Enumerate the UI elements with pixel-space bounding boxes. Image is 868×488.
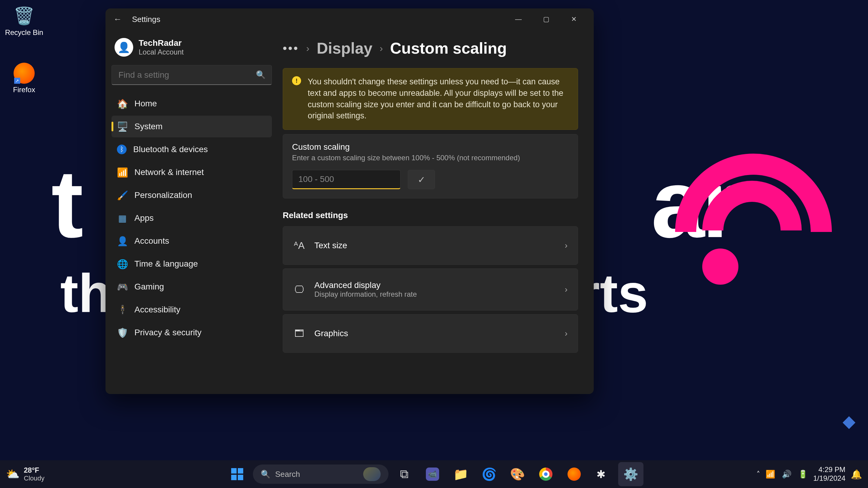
nav-label: Accessibility <box>134 305 180 315</box>
gaming-icon: 🎮 <box>117 281 128 292</box>
breadcrumb-overflow[interactable]: ••• <box>283 41 299 55</box>
desktop-icon-label: Firefox <box>3 86 45 94</box>
start-button[interactable] <box>224 462 250 486</box>
nav-apps[interactable]: ▦ Apps <box>112 207 272 229</box>
notifications-button[interactable]: 🔔 <box>851 469 862 480</box>
chevron-right-icon: › <box>565 329 567 338</box>
nav-label: System <box>134 122 162 131</box>
graphics-icon: 🗔 <box>293 328 305 339</box>
task-view-button[interactable]: ⧉ <box>392 462 417 486</box>
folder-icon: 📁 <box>453 467 468 481</box>
nav-label: Time & language <box>134 259 198 269</box>
nav-accounts[interactable]: 👤 Accounts <box>112 230 272 252</box>
nav-time-language[interactable]: 🌐 Time & language <box>112 253 272 275</box>
settings-search-input[interactable] <box>119 70 253 80</box>
nav-system[interactable]: 🖥️ System <box>112 116 272 137</box>
shield-icon: 🛡️ <box>117 327 128 338</box>
taskbar-app-chrome[interactable] <box>533 462 558 486</box>
taskbar-clock[interactable]: 4:29 PM 1/19/2024 <box>813 465 845 483</box>
related-text-size[interactable]: ᴬA Text size › <box>283 226 578 265</box>
chrome-icon <box>539 467 553 481</box>
related-settings-heading: Related settings <box>283 210 578 220</box>
taskbar-app-slack[interactable]: ✱ <box>590 462 615 486</box>
content-area: ••• › Display › Custom scaling ! You sho… <box>277 30 594 394</box>
nav-privacy[interactable]: 🛡️ Privacy & security <box>112 322 272 344</box>
nav-list: 🏠 Home 🖥️ System ᛒ Bluetooth & devices 📶… <box>112 93 272 344</box>
taskbar-search[interactable]: 🔍 Search <box>253 464 389 484</box>
nav-home[interactable]: 🏠 Home <box>112 93 272 115</box>
clock-date: 1/19/2024 <box>813 474 845 483</box>
tray-overflow-button[interactable]: ˄ <box>756 470 760 478</box>
taskbar-app-settings[interactable]: ⚙️ <box>618 462 644 486</box>
account-name: TechRadar <box>138 38 184 48</box>
nav-accessibility[interactable]: 🕴️ Accessibility <box>112 299 272 321</box>
task-view-icon: ⧉ <box>400 467 409 481</box>
desktop-icon-recycle-bin[interactable]: 🗑️ Recycle Bin <box>3 5 45 37</box>
related-advanced-display[interactable]: 🖵 Advanced display Display information, … <box>283 268 578 311</box>
account-block[interactable]: 👤 TechRadar Local Account <box>112 36 272 65</box>
taskbar-right: ˄ 📶 🔊 🔋 4:29 PM 1/19/2024 🔔 <box>756 465 862 483</box>
chevron-right-icon: › <box>565 241 567 250</box>
nav-personalization[interactable]: 🖌️ Personalization <box>112 184 272 206</box>
nav-gaming[interactable]: 🎮 Gaming <box>112 276 272 298</box>
setting-description: Enter a custom scaling size between 100%… <box>292 154 569 162</box>
battery-icon: 🔋 <box>798 469 808 479</box>
desktop-icon-firefox[interactable]: ↗ Firefox <box>3 63 45 94</box>
breadcrumb: ••• › Display › Custom scaling <box>283 39 578 57</box>
taskbar-app-explorer[interactable]: 📁 <box>448 462 473 486</box>
firefox-icon: ↗ <box>13 63 35 84</box>
nav-label: Gaming <box>134 282 164 292</box>
wallpaper-arc-icon <box>684 163 823 301</box>
chevron-right-icon: › <box>565 285 567 294</box>
recycle-bin-icon: 🗑️ <box>13 5 35 27</box>
system-icon: 🖥️ <box>117 121 128 132</box>
sidebar: 👤 TechRadar Local Account 🔍 🏠 Home 🖥️ Sy… <box>105 30 277 394</box>
related-graphics[interactable]: 🗔 Graphics › <box>283 314 578 353</box>
home-icon: 🏠 <box>117 98 128 109</box>
svg-rect-1 <box>238 468 243 474</box>
warning-text: You shouldn't change these settings unle… <box>308 76 569 122</box>
taskbar-app-firefox[interactable] <box>561 462 587 486</box>
taskbar-center: 🔍 Search ⧉ 📹 📁 🌀 🎨 ✱ ⚙️ <box>224 462 644 486</box>
teams-icon: 📹 <box>426 467 439 481</box>
nav-bluetooth[interactable]: ᛒ Bluetooth & devices <box>112 138 272 160</box>
nav-label: Bluetooth & devices <box>133 144 208 154</box>
search-icon: 🔍 <box>261 469 270 479</box>
display-icon: 🖵 <box>293 284 305 295</box>
search-highlight-badge <box>363 467 381 481</box>
minimize-button[interactable]: — <box>504 11 532 28</box>
taskbar-app-onlyoffice[interactable]: 🌀 <box>476 462 502 486</box>
chevron-right-icon: › <box>306 43 310 54</box>
close-button[interactable]: ✕ <box>560 11 588 28</box>
taskbar-app-paint[interactable]: 🎨 <box>505 462 530 486</box>
volume-icon: 🔊 <box>782 469 792 479</box>
nav-network[interactable]: 📶 Network & internet <box>112 161 272 183</box>
confirm-button[interactable]: ✓ <box>408 170 435 189</box>
back-button[interactable]: ← <box>112 14 124 24</box>
settings-search[interactable]: 🔍 <box>112 65 272 85</box>
warning-banner: ! You shouldn't change these settings un… <box>283 68 578 130</box>
nav-label: Network & internet <box>134 167 204 177</box>
wifi-icon: 📶 <box>117 167 128 178</box>
taskbar-search-label: Search <box>275 469 300 479</box>
window-title: Settings <box>132 15 160 24</box>
avatar-icon: 👤 <box>115 38 133 57</box>
maximize-button[interactable]: ▢ <box>532 11 560 28</box>
chevron-right-icon: › <box>380 43 383 54</box>
clock-globe-icon: 🌐 <box>117 258 128 269</box>
search-icon: 🔍 <box>256 70 266 79</box>
nav-label: Personalization <box>134 190 192 200</box>
svg-rect-3 <box>238 475 243 480</box>
clock-time: 4:29 PM <box>813 465 845 474</box>
paint-icon: 🎨 <box>510 467 525 481</box>
related-item-title: Graphics <box>314 329 556 338</box>
breadcrumb-parent[interactable]: Display <box>317 39 373 57</box>
weather-cond: Cloudy <box>24 475 44 482</box>
system-tray[interactable]: 📶 🔊 🔋 <box>766 469 808 479</box>
desktop-icon-label: Recycle Bin <box>3 28 45 37</box>
titlebar: ← Settings — ▢ ✕ <box>105 8 594 30</box>
taskbar-app-teams[interactable]: 📹 <box>420 462 445 486</box>
weather-temp: 28°F <box>24 466 44 475</box>
taskbar-weather[interactable]: ⛅ 28°F Cloudy <box>6 466 44 482</box>
custom-scaling-input[interactable] <box>292 170 401 189</box>
